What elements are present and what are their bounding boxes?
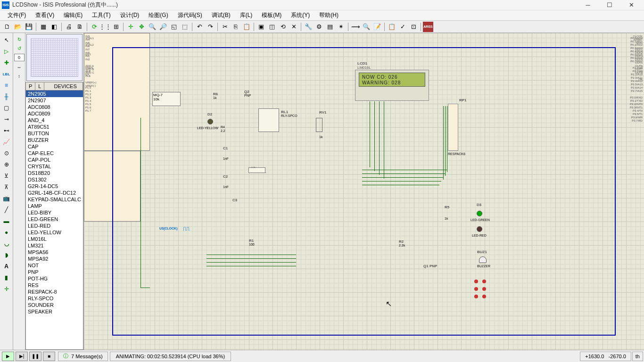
device-item[interactable]: LAMP	[26, 203, 83, 209]
preview-pane[interactable]	[26, 34, 83, 81]
device-item[interactable]: LED-YELLOW	[26, 229, 83, 236]
voltage-probe-icon[interactable]: ⊻	[1, 171, 12, 181]
paste-icon[interactable]: 📋	[241, 22, 252, 32]
stop-button[interactable]: ■	[43, 352, 55, 361]
redo-icon[interactable]: ↷	[205, 22, 215, 32]
device-item[interactable]: G2RL-14B-CF-DC12	[26, 189, 83, 196]
rotate-cw-icon[interactable]: ↻	[15, 35, 24, 43]
device-item[interactable]: RLY-SPCO	[26, 295, 83, 302]
device-item[interactable]: DS18B20	[26, 170, 83, 176]
origin-icon[interactable]: ✛	[125, 22, 136, 32]
device-item[interactable]: BUZZER	[26, 137, 83, 143]
maximize-button[interactable]: ☐	[599, 0, 620, 10]
device-item[interactable]: CRYSTAL	[26, 163, 83, 170]
packaging-icon[interactable]: ▤	[325, 22, 335, 32]
menu-source[interactable]: 源代码(S)	[173, 10, 207, 20]
device-item[interactable]: CAP-ELEC	[26, 150, 83, 156]
terminal-icon[interactable]: ⊸	[1, 114, 12, 124]
grid-icon[interactable]: ⊞	[111, 22, 121, 32]
device-pin-icon[interactable]: ⊷	[1, 125, 12, 136]
decompose-icon[interactable]: ✴	[336, 22, 346, 32]
virtual-instrument-icon[interactable]: 📺	[1, 193, 12, 204]
menu-help[interactable]: 帮助(H)	[314, 10, 343, 20]
make-device-icon[interactable]: ⚙	[314, 22, 324, 32]
device-item[interactable]: LM321	[26, 242, 83, 249]
menu-tools[interactable]: 工具(T)	[87, 10, 115, 20]
menu-system[interactable]: 系统(Y)	[286, 10, 314, 20]
refresh-icon[interactable]: ⟳	[89, 22, 99, 32]
menu-file[interactable]: 文件(F)	[3, 10, 31, 20]
device-item[interactable]: SOUNDER	[26, 302, 83, 308]
menu-draw[interactable]: 绘图(G)	[144, 10, 173, 20]
pause-button[interactable]: ❚❚	[29, 352, 41, 361]
circle-2d-icon[interactable]: ●	[1, 227, 12, 238]
libraries-button[interactable]: L	[35, 82, 44, 90]
device-item[interactable]: BUTTON	[26, 130, 83, 137]
wire-auto-icon[interactable]: ⟿	[350, 22, 361, 32]
minimize-button[interactable]: ─	[577, 0, 599, 10]
pick-parts-icon[interactable]: 🔧	[303, 22, 314, 32]
device-item[interactable]: G2R-14-DC5	[26, 183, 83, 189]
pan-icon[interactable]: ✥	[136, 22, 147, 32]
open-icon[interactable]: 📂	[13, 22, 23, 32]
symbol-icon[interactable]: ▮	[1, 272, 12, 283]
block-delete-icon[interactable]: ✕	[289, 22, 299, 32]
current-probe-icon[interactable]: ⊼	[1, 182, 12, 192]
menu-edit[interactable]: 编辑(E)	[59, 10, 87, 20]
save-icon[interactable]: 💾	[24, 22, 34, 32]
text-2d-icon[interactable]: A	[1, 261, 12, 272]
wire-label-icon[interactable]: LBL	[1, 69, 12, 79]
bill-icon[interactable]: 📋	[387, 22, 397, 32]
buttons-cluster[interactable]	[473, 278, 506, 306]
respack-rp1[interactable]	[448, 104, 458, 151]
buzzer-buz1[interactable]	[479, 256, 487, 263]
print-area-icon[interactable]: 🗎	[74, 22, 85, 32]
device-item[interactable]: MPSA92	[26, 255, 83, 262]
undo-icon[interactable]: ↶	[194, 22, 205, 32]
zoom-area-icon[interactable]: ⬚	[180, 22, 190, 32]
property-icon[interactable]: 📝	[372, 22, 382, 32]
marker-icon[interactable]: ✛	[1, 284, 12, 294]
device-item[interactable]: NOT	[26, 262, 83, 269]
device-item[interactable]: RES	[26, 282, 83, 288]
led-green-d3[interactable]	[477, 211, 482, 216]
device-item[interactable]: SPEAKER	[26, 308, 83, 315]
device-item[interactable]: CAP-POL	[26, 156, 83, 163]
mq7-sensor[interactable]: MQ-7 10k	[152, 92, 181, 106]
device-item[interactable]: AT89C51	[26, 123, 83, 130]
device-item[interactable]: LED-GREEN	[26, 216, 83, 222]
step-button[interactable]: ▶|	[16, 352, 28, 361]
device-item[interactable]: DS1302	[26, 176, 83, 183]
graph-icon[interactable]: 📈	[1, 137, 12, 147]
menu-template[interactable]: 模板(M)	[257, 10, 286, 20]
close-button[interactable]: ✕	[620, 0, 642, 10]
menu-library[interactable]: 库(L)	[235, 10, 257, 20]
copy-icon[interactable]: ⎘	[231, 22, 241, 32]
device-item[interactable]: LED-RED	[26, 222, 83, 229]
zoom-in-icon[interactable]: 🔍	[147, 22, 157, 32]
chip-u3[interactable]: U3 ADC0809 IN3IN4IN5IN6IN7IN0IN1IN2ADD A…	[84, 151, 140, 222]
device-item[interactable]: AND_4	[26, 117, 83, 123]
device-item[interactable]: CAP	[26, 143, 83, 150]
device-item[interactable]: RESPACK-8	[26, 288, 83, 295]
arc-2d-icon[interactable]: ◡	[1, 239, 12, 249]
box-2d-icon[interactable]: ▬	[1, 216, 12, 226]
flip-v-icon[interactable]: ↕	[15, 72, 24, 80]
erc-icon[interactable]: ✓	[397, 22, 408, 32]
message-count[interactable]: ⓘ 7 Message(s)	[58, 352, 108, 361]
zoom-fit-icon[interactable]: ◱	[169, 22, 179, 32]
menu-view[interactable]: 查看(V)	[31, 10, 59, 20]
play-button[interactable]: ▶	[2, 352, 14, 361]
zoom-out-icon[interactable]: 🔎	[158, 22, 168, 32]
text-script-icon[interactable]: ≡	[1, 80, 12, 90]
search-tag-icon[interactable]: 🔍	[361, 22, 372, 32]
select-mode-icon[interactable]: ↖	[1, 35, 12, 45]
menu-design[interactable]: 设计(D)	[116, 10, 144, 20]
flip-h-icon[interactable]: ↔	[15, 63, 24, 71]
led-red[interactable]	[477, 226, 482, 232]
device-item[interactable]: PNP	[26, 269, 83, 275]
block-rotate-icon[interactable]: ⟲	[278, 22, 288, 32]
line-2d-icon[interactable]: ╱	[1, 205, 12, 215]
device-item[interactable]: 2N2907	[26, 97, 83, 104]
tape-icon[interactable]: ⊙	[1, 148, 12, 158]
